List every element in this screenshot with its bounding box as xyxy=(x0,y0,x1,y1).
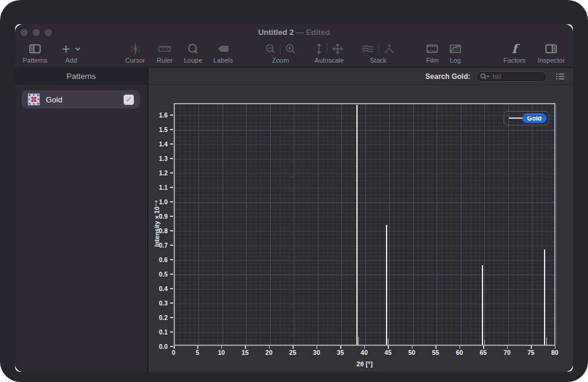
divider xyxy=(327,43,327,54)
pattern-visibility-checkbox[interactable]: ✓ xyxy=(124,95,134,105)
vertical-arrows-icon xyxy=(315,43,323,55)
y-axis-tick xyxy=(170,346,173,347)
toolbar-zoom-button[interactable]: Zoom xyxy=(265,42,296,64)
y-axis-tick-label: 0.1 xyxy=(151,328,168,336)
gridline-horizontal xyxy=(175,260,554,261)
cursor-crosshair-icon xyxy=(129,43,141,55)
toolbar-loupe-button[interactable]: Loupe xyxy=(184,42,203,64)
diffraction-peak xyxy=(386,225,387,345)
gridline-vertical xyxy=(270,104,271,345)
plot-area[interactable]: Gold xyxy=(174,103,555,346)
x-axis-tick-label: 20 xyxy=(265,349,273,356)
toolbar-autoscale-button[interactable]: Autoscale xyxy=(315,42,344,64)
y-axis-tick xyxy=(170,230,173,231)
gridline-horizontal xyxy=(175,116,554,116)
gridline-vertical xyxy=(484,104,485,345)
toolbar-stack-button[interactable]: Stack xyxy=(361,42,396,64)
stack-waves-icon xyxy=(361,43,375,54)
y-axis-tick xyxy=(170,245,173,246)
sidebar-header: Patterns xyxy=(15,68,147,84)
y-axis-tick xyxy=(170,302,173,304)
window-title: Untitled 2 — Edited xyxy=(15,28,573,37)
search-icon[interactable] xyxy=(480,73,490,80)
inspector-panel-icon xyxy=(545,43,558,54)
y-axis-tick xyxy=(170,317,173,318)
x-axis-tick-label: 65 xyxy=(480,349,487,356)
gridline-horizontal xyxy=(175,275,554,275)
search-field[interactable] xyxy=(476,71,547,82)
gridline-vertical xyxy=(413,104,414,345)
list-view-icon[interactable] xyxy=(555,72,565,81)
y-axis-tick-label: 0.6 xyxy=(151,256,168,263)
x-axis-tick-label: 15 xyxy=(242,349,249,356)
x-axis-title: 2θ [°] xyxy=(174,360,555,368)
gridline-horizontal xyxy=(175,130,554,131)
gridline-vertical xyxy=(223,104,223,345)
y-axis-tick xyxy=(170,187,173,188)
peak-collapse-icon xyxy=(384,43,396,54)
loupe-icon xyxy=(187,43,199,55)
x-axis-tick-label: 45 xyxy=(385,349,392,356)
zoom-in-icon xyxy=(285,43,296,54)
toolbar-film-button[interactable]: Film xyxy=(426,42,439,64)
y-axis-tick xyxy=(170,143,173,145)
diffraction-peak xyxy=(482,265,483,345)
legend-entry-gold[interactable]: Gold xyxy=(522,113,546,123)
y-axis-tick xyxy=(170,216,173,217)
diffraction-peak-ka2 xyxy=(484,340,485,345)
x-axis-tick-label: 55 xyxy=(432,349,440,356)
y-axis-tick-label: 0.2 xyxy=(151,314,168,321)
x-axis-tick-label: 5 xyxy=(196,349,200,356)
toolbar-ruler-button[interactable]: Ruler xyxy=(157,42,172,64)
log-scale-icon xyxy=(449,44,461,54)
toolbar-factors-button[interactable]: f Factors xyxy=(504,42,526,64)
gridline-vertical xyxy=(365,104,366,345)
y-axis-tick-label: 0.5 xyxy=(151,271,168,278)
divider xyxy=(280,43,281,54)
gridline-vertical xyxy=(318,104,318,345)
gridline-horizontal xyxy=(175,202,554,203)
toolbar-inspector-button[interactable]: Inspector xyxy=(537,42,564,64)
x-axis-tick-label: 30 xyxy=(313,349,320,356)
gridline-horizontal xyxy=(175,188,554,189)
gridline-horizontal xyxy=(175,145,554,145)
toolbar-cursor-button[interactable]: Cursor xyxy=(125,42,145,64)
x-axis-tick-label: 10 xyxy=(218,349,225,356)
x-axis-tick-label: 35 xyxy=(337,349,344,356)
diffraction-peak xyxy=(356,105,358,345)
y-axis-tick xyxy=(170,201,173,202)
y-axis-tick-label: 0.3 xyxy=(151,299,168,307)
y-axis-tick-label: 0.0 xyxy=(151,343,168,350)
x-axis-tick-label: 60 xyxy=(456,349,463,356)
x-axis-tick-label: 40 xyxy=(361,349,368,356)
gridline-horizontal xyxy=(175,333,554,333)
pattern-row-gold[interactable]: Gold ✓ xyxy=(22,90,140,108)
gridline-horizontal xyxy=(175,159,554,160)
plus-icon xyxy=(62,45,71,54)
gridline-horizontal xyxy=(175,246,554,246)
toolbar-labels-button[interactable]: Labels xyxy=(213,42,233,64)
y-axis-tick-label: 0.7 xyxy=(151,242,168,249)
gridline-vertical xyxy=(437,104,437,345)
y-axis-tick-label: 0.4 xyxy=(151,285,168,292)
zoom-out-icon xyxy=(265,43,276,54)
gridline-horizontal xyxy=(175,217,554,218)
gridline-vertical xyxy=(341,104,342,345)
x-axis-tick-label: 70 xyxy=(504,349,511,356)
toolbar-add-button[interactable]: Add xyxy=(62,42,81,64)
film-icon xyxy=(426,44,438,54)
y-axis-tick xyxy=(170,129,173,130)
toolbar-patterns-button[interactable]: Patterns xyxy=(23,42,48,64)
search-input[interactable] xyxy=(493,73,543,80)
pattern-label: Gold xyxy=(46,95,124,104)
y-axis-tick-label: 1.2 xyxy=(151,169,168,177)
gridline-vertical xyxy=(532,104,533,345)
legend[interactable]: Gold xyxy=(504,111,549,125)
ruler-icon xyxy=(158,45,171,53)
y-axis-tick-label: 1.3 xyxy=(151,155,168,162)
toolbar-log-button[interactable]: Log xyxy=(449,42,461,64)
x-axis-tick-label: 50 xyxy=(408,349,416,356)
y-axis-tick xyxy=(170,331,173,333)
y-axis-tick-label: 1.1 xyxy=(151,184,168,191)
gridline-vertical xyxy=(508,104,509,345)
